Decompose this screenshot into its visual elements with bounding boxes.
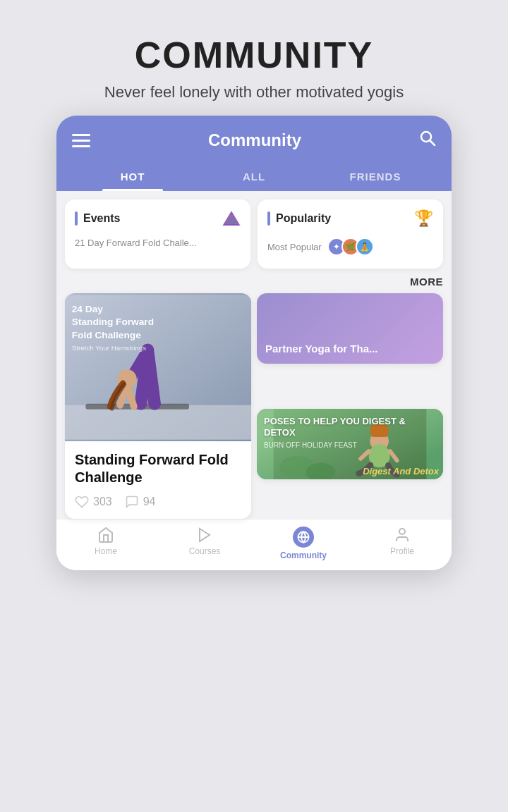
avatar-stack: ✦ 🌿 🧘	[327, 238, 374, 256]
svg-line-1	[430, 141, 435, 146]
yoga-pose-svg: 24 Day Standing Forward Fold Challenge S…	[65, 293, 251, 441]
digest-overlay: POSES TO HELP YOU DIGEST & DETOX BURN OF…	[257, 409, 443, 479]
app-bar: Community HOT ALL FRIENDS	[56, 116, 452, 191]
tab-hot[interactable]: HOT	[72, 164, 193, 191]
more-button[interactable]: MORE	[410, 276, 443, 288]
card-meta: 303 94	[75, 495, 241, 509]
partner-yoga-card[interactable]: Partner Yoga for Tha...	[257, 293, 443, 364]
digest-watermark: Digest And Detox	[363, 466, 439, 476]
bottom-nav: Home Courses Community Profile	[56, 519, 452, 570]
events-label: Events	[75, 211, 120, 226]
svg-text:Fold Challenge: Fold Challenge	[72, 330, 141, 340]
main-content: Events 21 Day Forward Fold Challe...	[56, 191, 452, 519]
card-title-main: Standing Forward Fold Challenge	[75, 451, 241, 486]
courses-icon	[196, 527, 213, 543]
nav-home-label: Home	[95, 546, 117, 556]
search-icon[interactable]	[419, 130, 436, 151]
digest-detox-card[interactable]: POSES TO HELP YOU DIGEST & DETOX BURN OF…	[257, 409, 443, 479]
card-body-main: Standing Forward Fold Challenge 303	[65, 441, 251, 519]
community-icon	[293, 527, 314, 548]
events-sub: 21 Day Forward Fold Challe...	[75, 238, 241, 248]
more-row: MORE	[65, 276, 443, 288]
globe-icon	[297, 531, 310, 543]
tab-friends[interactable]: FRIENDS	[315, 164, 436, 191]
tabs: HOT ALL FRIENDS	[72, 164, 436, 191]
svg-text:Standing Forward: Standing Forward	[72, 316, 154, 327]
svg-text:24 Day: 24 Day	[72, 304, 103, 314]
svg-rect-6	[65, 405, 251, 440]
menu-icon[interactable]	[72, 134, 90, 147]
phone-frame: Community HOT ALL FRIENDS	[56, 116, 452, 570]
tab-all[interactable]: ALL	[193, 164, 315, 191]
page-title: COMMUNITY	[104, 34, 404, 76]
media-grid: 24 Day Standing Forward Fold Challenge S…	[65, 293, 443, 519]
accent-bar-2	[267, 211, 270, 226]
appbar-title: Community	[208, 130, 301, 150]
yoga-image-area: 24 Day Standing Forward Fold Challenge S…	[65, 293, 251, 441]
nav-community-label: Community	[280, 550, 327, 560]
nav-courses[interactable]: Courses	[155, 527, 254, 560]
digest-title: POSES TO HELP YOU DIGEST & DETOX	[264, 416, 436, 439]
avatar-3: 🧘	[356, 238, 374, 256]
vmark-icon	[222, 209, 241, 228]
partner-yoga-title: Partner Yoga for Tha...	[265, 342, 377, 356]
nav-courses-label: Courses	[189, 546, 221, 556]
page-subtitle: Never feel lonely with other motivated y…	[104, 83, 404, 102]
likes-count: 303	[93, 496, 112, 508]
home-icon	[97, 527, 114, 543]
likes-item: 303	[75, 495, 112, 509]
accent-bar	[75, 211, 78, 226]
page-header: COMMUNITY Never feel lonely with other m…	[76, 0, 432, 116]
popularity-card[interactable]: Popularity 🏆 Most Popular ✦ 🌿 🧘	[258, 199, 443, 269]
popularity-sub: Most Popular	[267, 242, 322, 252]
comments-item: 94	[125, 495, 156, 509]
svg-marker-25	[200, 529, 210, 541]
featured-card-main[interactable]: 24 Day Standing Forward Fold Challenge S…	[65, 293, 251, 519]
cards-row: Events 21 Day Forward Fold Challe...	[65, 199, 443, 269]
comment-icon	[125, 495, 139, 509]
heart-icon	[75, 495, 89, 509]
svg-point-27	[399, 529, 405, 534]
nav-home[interactable]: Home	[56, 527, 155, 560]
trophy-icon: 🏆	[414, 209, 433, 228]
nav-profile-label: Profile	[390, 546, 414, 556]
nav-community[interactable]: Community	[254, 527, 353, 560]
popularity-label: Popularity	[267, 211, 331, 226]
digest-subtitle: BURN OFF HOLIDAY FEAST	[264, 441, 436, 449]
svg-text:Stretch Your Hamstrings: Stretch Your Hamstrings	[72, 344, 146, 352]
nav-profile[interactable]: Profile	[353, 527, 452, 560]
comments-count: 94	[143, 496, 156, 508]
popularity-sub-row: Most Popular ✦ 🌿 🧘	[267, 238, 433, 256]
events-card[interactable]: Events 21 Day Forward Fold Challe...	[65, 199, 250, 269]
profile-icon	[394, 527, 411, 543]
